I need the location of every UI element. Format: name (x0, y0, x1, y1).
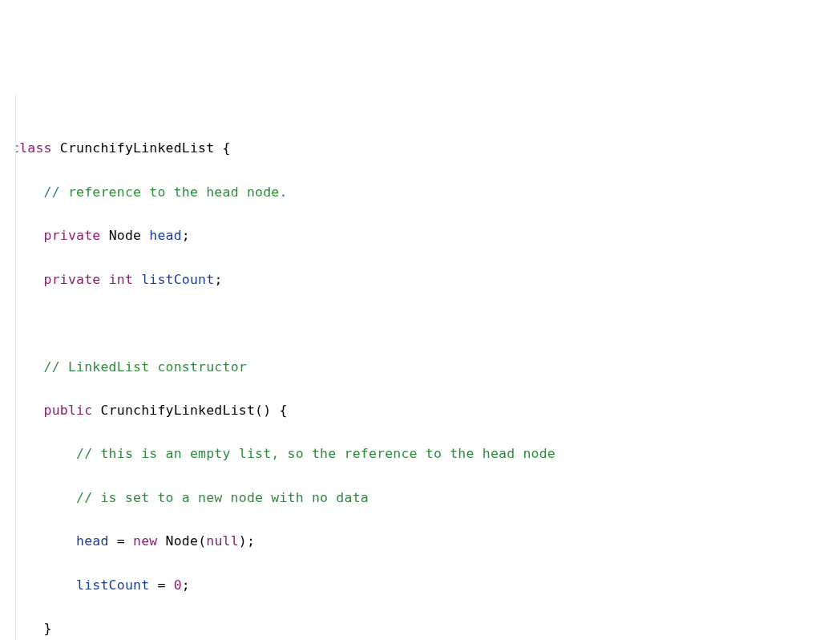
comment: // reference to the head node. (44, 184, 288, 200)
number-literal: 0 (174, 577, 182, 593)
code-line: // is set to a new node with no data (11, 487, 834, 508)
semicolon: ; (182, 228, 190, 243)
comment: // this is an empty list, so the referen… (76, 446, 555, 461)
semicolon: ; (182, 577, 190, 593)
field: head (149, 228, 182, 243)
code-line: private Node head; (11, 225, 834, 246)
keyword-private: private (44, 228, 101, 243)
keyword-class: class (11, 140, 52, 156)
brace: { (223, 140, 231, 156)
equals: = (157, 577, 165, 593)
type-name: Node (109, 228, 142, 243)
code-line: head = new Node(null); (11, 530, 834, 552)
semicolon: ; (247, 533, 255, 549)
parens: () (255, 403, 271, 418)
code-line: public CrunchifyLinkedList() { (11, 399, 834, 421)
code-editor: class CrunchifyLinkedList { // reference… (3, 94, 834, 640)
code-line: // this is an empty list, so the referen… (11, 443, 834, 464)
field: listCount (76, 577, 149, 593)
null-literal: null (206, 533, 239, 549)
equals: = (117, 533, 125, 549)
field: head (76, 533, 109, 549)
field: listCount (141, 272, 214, 287)
brace: } (44, 621, 52, 636)
brace: { (279, 403, 287, 418)
keyword-int: int (109, 272, 133, 287)
code-line: class CrunchifyLinkedList { (11, 137, 834, 159)
lparen: ( (198, 533, 206, 549)
semicolon: ; (214, 272, 222, 287)
keyword-private: private (44, 272, 101, 287)
comment: // is set to a new node with no data (76, 490, 369, 505)
comment: // LinkedList constructor (44, 359, 247, 375)
code-line: } (11, 618, 834, 639)
gutter (3, 94, 16, 640)
rparen: ) (239, 533, 247, 549)
code-line: listCount = 0; (11, 574, 834, 596)
blank-line (11, 312, 834, 334)
code-line: // LinkedList constructor (11, 356, 834, 378)
type-name: CrunchifyLinkedList (60, 140, 215, 156)
keyword-new: new (133, 533, 157, 549)
type-name: Node (166, 533, 199, 549)
keyword-public: public (44, 403, 93, 418)
constructor-name: CrunchifyLinkedList (101, 403, 256, 418)
code-line: // reference to the head node. (11, 181, 834, 203)
code-line: private int listCount; (11, 269, 834, 290)
